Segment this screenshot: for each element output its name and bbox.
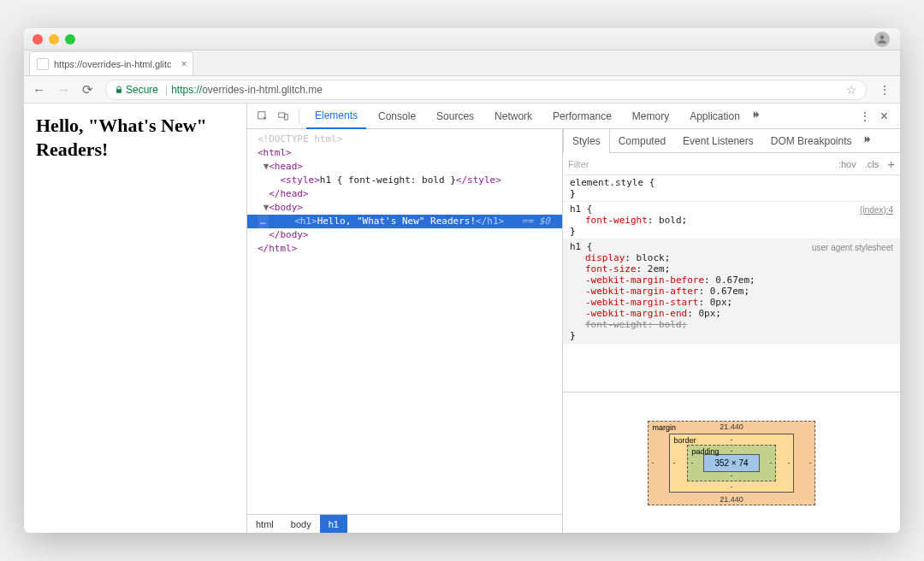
tab-application[interactable]: Application bbox=[681, 103, 749, 129]
tab-strip: https://overrides-in-html.glitc × bbox=[24, 50, 900, 76]
dom-node[interactable]: ▼<body> bbox=[247, 201, 562, 215]
box-model[interactable]: margin 21.440 21.440 - - border - - - - bbox=[563, 392, 900, 533]
filter-input[interactable]: Filter bbox=[568, 159, 830, 169]
tab-elements[interactable]: Elements bbox=[306, 103, 366, 129]
separator bbox=[299, 109, 299, 124]
dom-node[interactable]: </html> bbox=[247, 242, 562, 256]
close-window-button[interactable] bbox=[33, 34, 43, 44]
dom-doctype[interactable]: <!DOCTYPE html> bbox=[247, 133, 562, 146]
bm-margin-label: margin bbox=[652, 423, 676, 432]
breadcrumb-item[interactable]: html bbox=[247, 515, 282, 533]
reload-button[interactable]: ⟳ bbox=[82, 82, 93, 97]
tab-sources[interactable]: Sources bbox=[428, 103, 483, 129]
new-style-rule-icon[interactable]: + bbox=[887, 156, 895, 171]
browser-menu-icon[interactable]: ⋮ bbox=[879, 83, 891, 97]
styles-pane: Styles Computed Event Listeners DOM Brea… bbox=[562, 129, 900, 533]
lock-icon bbox=[115, 86, 123, 94]
devtools-body: <!DOCTYPE html> <html> ▼<head> <style>h1… bbox=[247, 129, 900, 533]
svg-rect-1 bbox=[279, 112, 285, 116]
svg-rect-2 bbox=[285, 114, 288, 119]
tab-network[interactable]: Network bbox=[486, 103, 541, 129]
close-devtools-icon[interactable]: × bbox=[875, 109, 893, 124]
tab-title: https://overrides-in-html.glitc bbox=[54, 59, 172, 69]
more-styles-tabs-icon[interactable] bbox=[863, 133, 875, 148]
styles-tab-styles[interactable]: Styles bbox=[563, 129, 610, 153]
dom-node[interactable]: </head> bbox=[247, 187, 562, 201]
style-rule[interactable]: h1 {(index):4font-weight: bold;} bbox=[563, 202, 900, 239]
dom-node[interactable]: <style>h1 { font-weight: bold }</style> bbox=[247, 174, 562, 187]
url-path: overrides-in-html.glitch.me bbox=[202, 84, 323, 96]
bm-border-label: border bbox=[673, 436, 696, 445]
profile-avatar-icon[interactable] bbox=[874, 32, 890, 47]
address-bar[interactable]: Secure | https:// overrides-in-html.glit… bbox=[105, 80, 867, 100]
ua-label: user agent stylesheet bbox=[812, 243, 893, 252]
rule-location[interactable]: (index):4 bbox=[860, 205, 893, 215]
dom-node[interactable]: ▼<head> bbox=[247, 160, 562, 174]
close-tab-icon[interactable]: × bbox=[181, 58, 187, 70]
styles-tabbar: Styles Computed Event Listeners DOM Brea… bbox=[563, 129, 900, 153]
dom-selected-node[interactable]: … <h1>Hello, "What's New" Readers!</h1> … bbox=[247, 215, 562, 228]
selected-ref: == $0 bbox=[516, 215, 555, 228]
tab-performance[interactable]: Performance bbox=[544, 103, 620, 129]
breadcrumb-item[interactable]: h1 bbox=[320, 515, 347, 533]
hov-toggle[interactable]: :hov bbox=[838, 159, 856, 169]
page-heading: Hello, "What's New" Readers! bbox=[36, 114, 234, 161]
styles-filter-bar: Filter :hov .cls + bbox=[563, 153, 900, 175]
dom-breadcrumb: html body h1 bbox=[247, 514, 562, 533]
tab-console[interactable]: Console bbox=[370, 103, 424, 129]
url-scheme: https:// bbox=[171, 84, 202, 96]
styles-tab-computed[interactable]: Computed bbox=[610, 129, 674, 153]
styles-tab-dom-breakpoints[interactable]: DOM Breakpoints bbox=[762, 129, 861, 153]
style-rules[interactable]: element.style {}h1 {(index):4font-weight… bbox=[563, 175, 900, 392]
bm-padding-label: padding bbox=[691, 447, 719, 456]
devtools-menu-icon[interactable]: ⋮ bbox=[859, 109, 872, 123]
inspect-icon[interactable] bbox=[254, 108, 271, 125]
browser-tab[interactable]: https://overrides-in-html.glitc × bbox=[29, 51, 193, 75]
secure-label: Secure bbox=[126, 84, 158, 96]
forward-button[interactable]: → bbox=[57, 82, 70, 97]
device-mode-icon[interactable] bbox=[275, 108, 292, 125]
elements-tree[interactable]: <!DOCTYPE html> <html> ▼<head> <style>h1… bbox=[247, 129, 562, 514]
url-divider: | bbox=[165, 84, 168, 96]
back-button[interactable]: ← bbox=[33, 82, 45, 97]
style-rule[interactable]: element.style {} bbox=[563, 175, 900, 202]
secure-badge: Secure bbox=[115, 84, 158, 96]
maximize-window-button[interactable] bbox=[65, 34, 75, 44]
bm-content: 352 × 74 bbox=[703, 454, 759, 472]
tab-memory[interactable]: Memory bbox=[624, 103, 678, 129]
rendered-page: Hello, "What's New" Readers! bbox=[24, 103, 246, 533]
styles-tab-event-listeners[interactable]: Event Listeners bbox=[674, 129, 762, 153]
ellipsis-icon: … bbox=[258, 215, 269, 228]
window-controls bbox=[33, 34, 75, 44]
devtools-tabbar: Elements Console Sources Network Perform… bbox=[247, 103, 900, 129]
dom-node[interactable]: </body> bbox=[247, 228, 562, 242]
window-titlebar bbox=[24, 28, 900, 50]
toolbar: ← → ⟳ Secure | https:// overrides-in-htm… bbox=[24, 76, 900, 103]
dom-node[interactable]: <html> bbox=[247, 146, 562, 160]
bookmark-icon[interactable]: ☆ bbox=[846, 83, 857, 97]
breadcrumb-item[interactable]: body bbox=[282, 515, 320, 533]
cls-toggle[interactable]: .cls bbox=[865, 159, 880, 169]
favicon-icon bbox=[37, 58, 49, 70]
more-tabs-icon[interactable] bbox=[752, 109, 764, 123]
browser-window: https://overrides-in-html.glitc × ← → ⟳ … bbox=[24, 28, 900, 533]
content-area: Hello, "What's New" Readers! Elements Co… bbox=[24, 103, 900, 533]
devtools-panel: Elements Console Sources Network Perform… bbox=[246, 103, 900, 533]
style-rule[interactable]: h1 {user agent stylesheetdisplay: block;… bbox=[563, 239, 900, 344]
minimize-window-button[interactable] bbox=[49, 34, 59, 44]
